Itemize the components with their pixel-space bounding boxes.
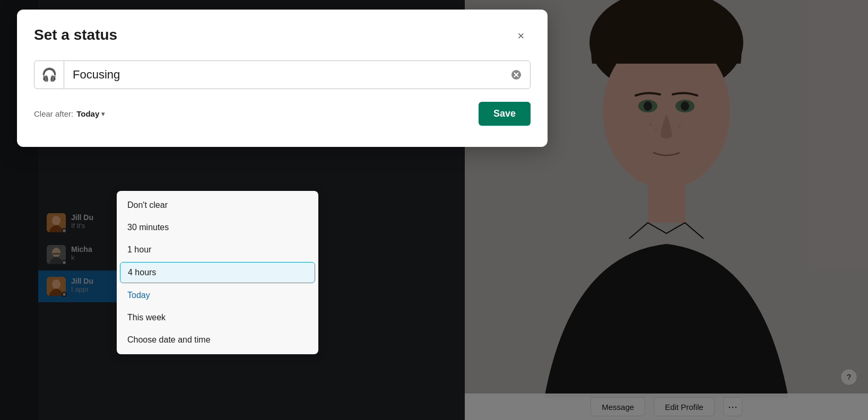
clear-after-value: Today: [76, 109, 99, 118]
clear-icon: [511, 69, 522, 80]
modal-bottom-row: Clear after: Today ▾ Save: [34, 102, 531, 126]
emoji-picker-button[interactable]: 🎧: [34, 61, 64, 89]
dropdown-item-today[interactable]: Today: [117, 284, 318, 307]
dropdown-item-4hours[interactable]: 4 hours: [120, 262, 315, 283]
status-text-field[interactable]: [64, 61, 507, 89]
dropdown-item-30min[interactable]: 30 minutes: [117, 216, 318, 239]
dropdown-item-dont-clear[interactable]: Don't clear: [117, 194, 318, 216]
modal-title: Set a status: [34, 27, 117, 43]
clear-after-section: Clear after: Today ▾: [34, 109, 105, 118]
chevron-down-icon: ▾: [101, 110, 105, 118]
dropdown-item-choose-date[interactable]: Choose date and time: [117, 329, 318, 351]
modal-header: Set a status ×: [34, 27, 531, 46]
dropdown-item-1hour[interactable]: 1 hour: [117, 239, 318, 261]
status-input-container: 🎧: [34, 60, 531, 89]
set-status-modal: Set a status × 🎧 Clear after: Today ▾ Sa…: [17, 10, 548, 147]
clear-after-dropdown[interactable]: Today ▾: [76, 109, 105, 118]
dropdown-item-this-week[interactable]: This week: [117, 307, 318, 329]
clear-after-label: Clear after:: [34, 109, 73, 118]
clear-status-button[interactable]: [507, 65, 526, 84]
clear-after-menu: Don't clear 30 minutes 1 hour 4 hours To…: [117, 191, 318, 354]
modal-close-button[interactable]: ×: [511, 27, 531, 46]
save-button[interactable]: Save: [479, 102, 531, 126]
